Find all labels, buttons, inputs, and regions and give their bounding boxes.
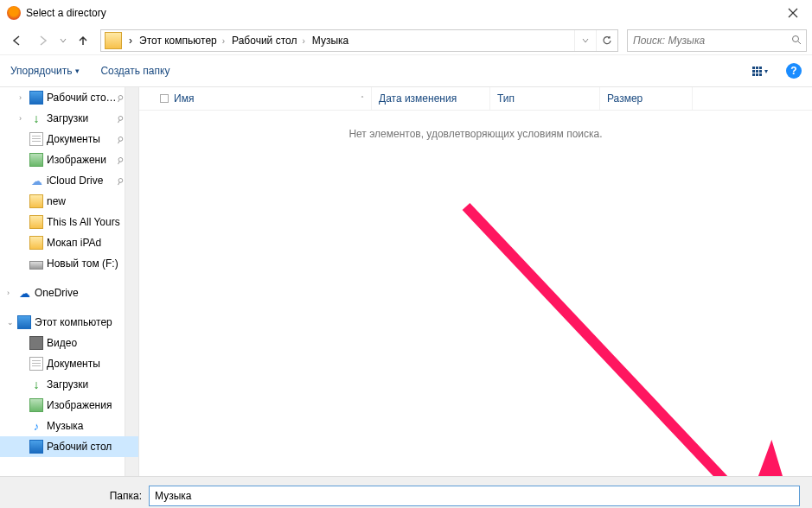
chevron-down-icon: [60, 38, 67, 43]
organize-label: Упорядочить: [10, 65, 72, 77]
sidebar-item-label: iCloud Drive: [47, 175, 103, 187]
sidebar-item-7[interactable]: Мокап iPAd: [0, 232, 138, 253]
sidebar-item-label: Мокап iPAd: [47, 237, 101, 249]
chevron-right-icon: ›: [19, 93, 26, 102]
view-options-button[interactable]: ▾: [743, 60, 777, 81]
pin-icon: ⚲: [115, 175, 125, 186]
forward-button[interactable]: [31, 29, 55, 52]
address-bar[interactable]: › Этот компьютер› Рабочий стол› Музыка: [100, 29, 618, 52]
search-input[interactable]: Поиск: Музыка: [627, 29, 807, 52]
arrow-icon: ↓: [29, 378, 43, 391]
folder-icon: [29, 215, 43, 229]
nav-row: › Этот компьютер› Рабочий стол› Музыка П…: [0, 27, 812, 54]
doc-icon: [29, 132, 43, 146]
sidebar-item-12[interactable]: Документы: [0, 353, 138, 374]
chevron-right-icon: ›: [7, 289, 14, 297]
sidebar-item-16[interactable]: Рабочий стол: [0, 436, 138, 457]
refresh-button[interactable]: [596, 30, 617, 51]
sidebar[interactable]: ›Рабочий сто…⚲›↓Загрузки⚲Документы⚲Изобр…: [0, 87, 139, 476]
view-grid-icon: [752, 67, 762, 76]
column-name[interactable]: Имя ˄: [153, 87, 372, 110]
sidebar-item-11[interactable]: Видео: [0, 333, 138, 353]
main-area: ›Рабочий сто…⚲›↓Загрузки⚲Документы⚲Изобр…: [0, 87, 812, 476]
chevron-down-icon: ▾: [764, 67, 768, 75]
up-button[interactable]: [71, 29, 95, 52]
sidebar-item-2[interactable]: Документы⚲: [0, 129, 138, 149]
sidebar-item-label: Загрузки: [47, 378, 88, 391]
svg-point-0: [793, 35, 799, 41]
help-button[interactable]: ?: [786, 63, 802, 79]
sidebar-item-13[interactable]: ↓Загрузки: [0, 374, 138, 395]
sidebar-item-label: Документы: [47, 358, 100, 370]
monitor-icon: [29, 91, 43, 105]
od-icon: ☁: [17, 286, 31, 300]
annotation-arrow: [457, 198, 812, 508]
recent-dropdown[interactable]: [57, 29, 69, 52]
close-button[interactable]: [773, 0, 812, 26]
folder-icon: [29, 236, 43, 250]
column-type[interactable]: Тип: [490, 87, 600, 110]
search-placeholder: Поиск: Музыка: [633, 35, 787, 47]
breadcrumb-2[interactable]: Рабочий стол›: [228, 35, 309, 47]
breadcrumb-3[interactable]: Музыка: [309, 35, 352, 47]
new-folder-button[interactable]: Создать папку: [100, 65, 169, 77]
breadcrumb-root-chevron: ›: [125, 35, 136, 47]
disk-icon: [29, 261, 43, 270]
svg-line-1: [466, 206, 790, 508]
close-icon: [788, 8, 798, 18]
sidebar-item-label: Этот компьютер: [35, 316, 112, 328]
chevron-down-icon: ⌄: [7, 318, 14, 327]
sidebar-item-label: Документы: [47, 133, 100, 145]
organize-menu[interactable]: Упорядочить ▾: [10, 65, 80, 77]
folder-name-input[interactable]: [149, 486, 800, 506]
sidebar-item-6[interactable]: This Is All Yours: [0, 212, 138, 232]
sidebar-item-label: OneDrive: [35, 287, 79, 299]
column-headers: Имя ˄ Дата изменения Тип Размер: [139, 87, 812, 111]
arrow-right-icon: [37, 35, 49, 47]
doc-icon: [29, 357, 43, 371]
pin-icon: ⚲: [115, 112, 125, 124]
pin-icon: ⚲: [115, 133, 125, 144]
sidebar-item-label: new: [47, 195, 66, 207]
sidebar-item-8[interactable]: Новый том (F:): [0, 253, 138, 274]
sidebar-item-1[interactable]: ›↓Загрузки⚲: [0, 108, 138, 129]
empty-message: Нет элементов, удовлетворяющих условиям …: [139, 111, 812, 140]
film-icon: [29, 336, 43, 350]
sidebar-item-10[interactable]: ⌄Этот компьютер: [0, 312, 138, 333]
sidebar-item-label: Новый том (F:): [47, 257, 118, 270]
sidebar-item-14[interactable]: Изображения: [0, 395, 138, 416]
chevron-right-icon: ›: [19, 114, 26, 123]
toolbar: Упорядочить ▾ Создать папку ▾ ?: [0, 54, 812, 87]
address-dropdown[interactable]: [574, 30, 596, 51]
bottom-bar: Папка: Выбор папки Отмена: [0, 476, 812, 508]
window-title: Select a directory: [26, 7, 106, 19]
sidebar-item-0[interactable]: ›Рабочий сто…⚲: [0, 87, 138, 108]
chevron-down-icon: [582, 38, 589, 43]
sidebar-item-label: Видео: [47, 337, 77, 349]
back-button[interactable]: [5, 29, 29, 52]
sidebar-item-label: Изображения: [47, 399, 112, 411]
column-size[interactable]: Размер: [600, 87, 693, 110]
sidebar-item-4[interactable]: ☁iCloud Drive⚲: [0, 170, 138, 191]
cloud-icon: ☁: [29, 174, 43, 187]
img-icon: [29, 153, 43, 167]
sidebar-item-15[interactable]: ♪Музыка: [0, 416, 138, 436]
sidebar-item-label: Изображени: [47, 154, 106, 166]
sidebar-item-9[interactable]: ›☁OneDrive: [0, 283, 138, 303]
folder-icon: [29, 194, 43, 208]
breadcrumb-1[interactable]: Этот компьютер›: [136, 35, 228, 47]
sidebar-item-label: Рабочий сто…: [47, 92, 117, 104]
sidebar-item-label: Рабочий стол: [47, 441, 112, 453]
sidebar-item-label: Загрузки: [47, 112, 88, 124]
folder-label: Папка:: [12, 490, 149, 502]
sidebar-item-5[interactable]: new: [0, 191, 138, 212]
file-pane: Имя ˄ Дата изменения Тип Размер Нет элем…: [139, 87, 812, 476]
music-icon: ♪: [29, 419, 43, 433]
arrow-icon: ↓: [29, 111, 43, 125]
pin-icon: ⚲: [115, 154, 125, 165]
monitor-icon: [17, 315, 31, 329]
sidebar-item-3[interactable]: Изображени⚲: [0, 149, 138, 170]
column-date[interactable]: Дата изменения: [372, 87, 490, 110]
img-icon: [29, 398, 43, 412]
sidebar-item-label: Музыка: [47, 420, 83, 432]
